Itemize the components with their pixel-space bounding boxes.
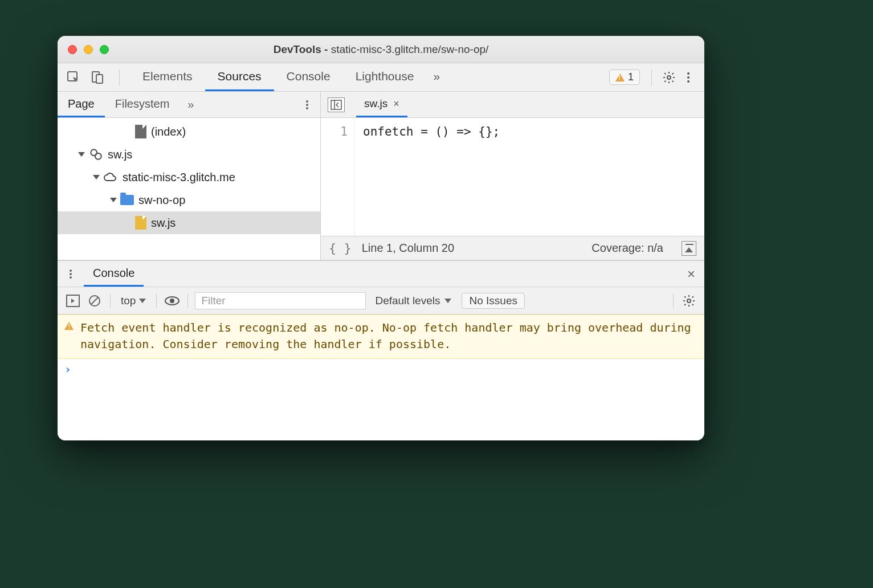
console-output: Fetch event handler is recognized as no-… [58,315,704,440]
svg-point-22 [687,299,691,303]
issues-button[interactable]: No Issues [462,293,524,309]
tree-item-folder[interactable]: sw-no-op [58,189,320,211]
navigator-pane: Page Filesystem » (index) sw.js [58,92,321,260]
window-title: DevTools - static-misc-3.glitch.me/sw-no… [58,43,704,56]
traffic-lights [58,45,109,54]
console-prompt[interactable]: › [58,359,704,379]
svg-point-6 [687,80,690,83]
close-tab-icon[interactable]: × [393,98,399,110]
close-drawer-icon[interactable]: × [678,266,704,282]
log-levels-selector[interactable]: Default levels [375,295,451,307]
panel-tabs-overflow[interactable]: » [426,63,447,91]
tab-elements[interactable]: Elements [130,63,205,91]
svg-point-16 [70,276,72,279]
svg-point-9 [306,107,308,109]
show-console-icon[interactable] [682,241,696,256]
tab-sources[interactable]: Sources [205,63,274,91]
svg-point-11 [95,153,101,160]
console-toolbar: top Filter Default levels No Issues [58,287,704,315]
tree-item-index[interactable]: (index) [58,120,320,143]
nav-tab-filesystem[interactable]: Filesystem [105,92,180,117]
settings-gear-icon[interactable] [661,70,677,85]
coverage-status: Coverage: n/a [591,242,663,255]
filter-placeholder: Filter [201,295,225,307]
cursor-position: Line 1, Column 20 [362,242,454,255]
file-tree: (index) sw.js static-misc-3.glitch.me [58,118,320,260]
warning-count: 1 [628,71,634,83]
drawer-more-icon[interactable] [58,269,84,279]
live-expression-icon[interactable] [164,292,181,309]
levels-label: Default levels [375,295,440,307]
file-icon [135,125,146,138]
svg-point-5 [687,76,690,79]
issues-warning-chip[interactable]: 1 [609,70,640,85]
zoom-window-button[interactable] [100,45,109,54]
svg-point-8 [306,104,308,106]
js-file-icon [135,216,146,230]
line-number: 1 [321,125,348,138]
tree-label: sw-no-op [138,194,185,207]
gutter: 1 [321,118,355,236]
context-selector[interactable]: top [117,295,149,307]
chevron-down-icon [444,299,451,303]
editor-tab-label: sw.js [364,97,387,110]
editor-pane: sw.js × 1 onfetch = () => {}; { } Line 1… [321,92,704,260]
drawer-tabstrip: Console × [58,261,704,287]
prompt-chevron-icon: › [64,362,71,376]
svg-point-21 [170,299,174,303]
service-worker-icon [88,147,103,162]
warning-text: Fetch event handler is recognized as no-… [80,320,697,353]
code-line: onfetch = () => {}; [363,125,500,138]
divider [673,293,674,308]
drawer-tab-console[interactable]: Console [84,261,144,287]
divider [156,293,157,308]
svg-point-15 [70,273,72,275]
tree-item-sw-worker[interactable]: sw.js [58,143,320,166]
chevron-down-icon [139,299,146,303]
cloud-icon [103,172,118,183]
svg-line-19 [91,297,98,304]
divider [187,293,188,308]
console-warning-message[interactable]: Fetch event handler is recognized as no-… [58,315,704,359]
nav-more-menu-icon[interactable] [302,100,312,110]
minimize-window-button[interactable] [84,45,93,54]
svg-point-7 [306,100,308,103]
svg-rect-2 [96,75,103,83]
svg-point-3 [667,76,671,79]
toggle-sidebar-icon[interactable] [64,292,81,309]
close-window-button[interactable] [68,45,77,54]
svg-point-14 [70,270,72,272]
sources-panel: Page Filesystem » (index) sw.js [58,92,704,260]
warning-icon [64,322,74,330]
nav-tabs-overflow[interactable]: » [184,98,197,111]
toggle-navigator-icon[interactable] [328,97,345,112]
chevron-down-icon [110,198,117,202]
console-drawer: Console × top Filter Defau [58,260,704,440]
divider [119,70,120,85]
code-editor[interactable]: 1 onfetch = () => {}; [321,118,704,236]
tree-label: static-misc-3.glitch.me [123,171,235,184]
editor-tabstrip: sw.js × [321,92,704,118]
tab-lighthouse[interactable]: Lighthouse [343,63,427,91]
filter-input[interactable]: Filter [195,292,366,309]
context-label: top [121,295,136,307]
tab-console[interactable]: Console [274,63,343,91]
code-content: onfetch = () => {}; [355,118,500,236]
tree-label: sw.js [151,217,176,230]
console-settings-icon[interactable] [680,292,697,309]
pretty-print-icon[interactable]: { } [329,241,352,255]
warning-icon [615,74,625,81]
editor-statusbar: { } Line 1, Column 20 Coverage: n/a [321,236,704,260]
tree-item-origin[interactable]: static-misc-3.glitch.me [58,166,320,189]
folder-icon [120,195,134,205]
editor-tab-swjs[interactable]: sw.js × [356,92,407,117]
tree-item-swjs[interactable]: sw.js [58,211,320,234]
more-menu-icon[interactable] [680,70,696,85]
chevron-down-icon [78,152,85,157]
svg-point-4 [687,72,690,75]
nav-tab-page[interactable]: Page [58,92,105,117]
inspect-element-icon[interactable] [66,70,81,85]
clear-console-icon[interactable] [86,292,103,309]
device-toggle-icon[interactable] [89,70,105,85]
titlebar: DevTools - static-misc-3.glitch.me/sw-no… [58,36,704,63]
